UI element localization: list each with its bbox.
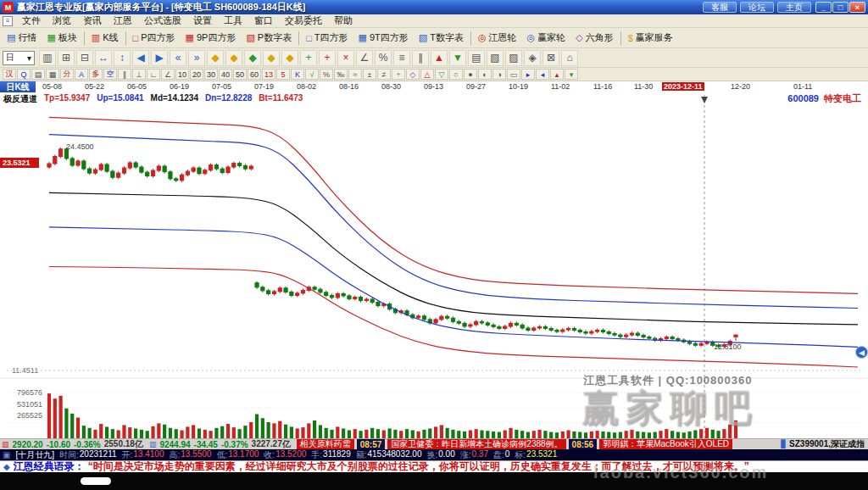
tool-icon[interactable]: ▥ [39,50,56,66]
tool-icon[interactable]: ⊟ [76,50,93,66]
toolbar-button[interactable]: ▦9P四方形 [181,30,242,47]
tool-icon[interactable]: ± [363,69,376,80]
tool-icon[interactable]: + [319,50,336,66]
menu-item[interactable]: 交易委托 [279,14,328,28]
tool-icon[interactable]: % [375,50,392,66]
tool-icon[interactable]: 10 [175,69,189,80]
tool-icon[interactable]: 空 [103,69,117,80]
forum-button[interactable]: 论坛 [740,2,774,13]
minimize-button[interactable]: _ [815,2,832,13]
tool-icon[interactable]: ◈ [524,50,541,66]
tool-icon[interactable]: ▧ [487,50,504,66]
tool-icon[interactable]: A [75,69,88,80]
tool-icon[interactable]: 分 [60,69,74,80]
toolbar-button[interactable]: ▦板块 [42,30,81,47]
toolbar-button[interactable]: ▦9T四方形 [353,30,414,47]
tool-icon[interactable]: 13 [262,69,275,80]
tool-icon[interactable]: × [337,50,354,66]
customer-service-button[interactable]: 客服 [703,2,737,13]
tool-icon[interactable]: + [300,50,317,66]
tool-icon[interactable]: ○ [449,69,463,80]
menu-item[interactable]: 文件 [16,14,47,28]
menu-item[interactable]: 公式选股 [138,14,187,28]
tool-icon[interactable]: 多 [89,69,103,80]
tool-icon[interactable]: 40 [219,69,232,80]
tool-icon[interactable]: 30 [204,69,218,80]
toolbar-button[interactable]: ◎赢家轮 [522,30,571,47]
toolbar-button[interactable]: □T四方形 [301,30,353,47]
tool-icon[interactable]: ◐ [478,69,492,80]
menu-item[interactable]: 资讯 [77,14,108,28]
news-item[interactable]: 08:56 [569,439,598,449]
news-item[interactable]: 国家卫健委：昨日新增本土确诊病例2388例。 [387,439,565,449]
tool-icon[interactable]: △ [420,69,434,80]
close-button[interactable]: × [849,2,865,13]
tool-icon[interactable]: ↔ [95,50,112,66]
tool-icon[interactable]: » [188,50,205,66]
tool-icon[interactable]: ≈ [348,69,362,80]
menu-item[interactable]: 设置 [187,14,218,28]
menu-item[interactable]: 窗口 [248,14,279,28]
tool-icon[interactable]: ◆ [225,50,242,66]
tool-icon[interactable]: ▴ [550,69,564,80]
tool-icon[interactable]: 50 [233,69,247,80]
tool-icon[interactable]: ∟ [147,69,160,80]
toolbar-button[interactable]: ▥K线 [86,30,124,47]
tool-icon[interactable]: ▼ [449,50,466,66]
period-dropdown[interactable]: 日▾ [3,51,35,65]
tool-icon[interactable]: 20 [190,69,203,80]
tool-icon[interactable]: ∥ [118,69,131,80]
collapse-panel-button[interactable]: ◀ [855,346,868,359]
tool-icon[interactable]: ◇ [406,69,420,80]
tool-icon[interactable]: ÷ [392,69,405,80]
news-item[interactable]: 郭明錤：苹果MacBook引入OLED [599,439,732,449]
tool-icon[interactable]: ◆ [207,50,224,66]
maximize-button[interactable]: □ [832,2,849,13]
tool-icon[interactable]: √ [305,69,319,80]
tool-icon[interactable]: ≡ [393,50,410,66]
index-name-badge[interactable]: ▊SZ399001,深证成指 [781,438,868,449]
index-quote[interactable]: ▥2920.20-10.60-0.36%2550.18亿 [2,438,143,449]
menu-item[interactable]: 江恩 [108,14,138,28]
tool-icon[interactable]: 60 [248,69,261,80]
toolbar-button[interactable]: ◎江恩轮 [473,30,522,47]
tool-icon[interactable]: ▦ [46,69,59,80]
tool-icon[interactable]: ▶ [151,50,168,66]
tool-icon[interactable]: ∠ [161,69,175,80]
toolbar-button[interactable]: □P四方形 [128,30,181,47]
tool-icon[interactable]: ◂ [536,69,549,80]
tool-icon[interactable]: Q [17,69,31,80]
tool-icon[interactable]: ⊠ [542,50,559,66]
tool-icon[interactable]: ▤ [31,69,45,80]
toolbar-button[interactable]: $赢家服务 [623,30,678,47]
home-button[interactable]: 主页 [777,2,811,13]
tool-icon[interactable]: ⊥ [132,69,146,80]
tool-icon[interactable]: 汉 [3,69,16,80]
news-item[interactable]: 08:57 [357,439,386,449]
tool-icon[interactable]: ▨ [505,50,522,66]
tool-icon[interactable]: ∠ [356,50,373,66]
tool-icon[interactable]: ≠ [377,69,391,80]
tool-icon[interactable]: ▲ [431,50,448,66]
menu-item[interactable]: 工具 [218,14,248,28]
menu-item[interactable]: 浏览 [47,14,77,28]
toolbar-button[interactable]: ▧P数字表 [241,30,297,47]
tool-icon[interactable]: ◑ [492,69,506,80]
tool-icon[interactable]: « [170,50,186,66]
tool-icon[interactable]: ⌂ [561,50,578,66]
tool-icon[interactable]: ◆ [244,50,261,66]
tool-icon[interactable]: ⊞ [58,50,75,66]
tool-icon[interactable]: ▽ [435,69,448,80]
tool-icon[interactable]: ● [464,69,477,80]
toolbar-button[interactable]: ▤行情 [2,30,42,47]
tool-icon[interactable]: ▸ [521,69,535,80]
tool-icon[interactable]: 5 [276,69,290,80]
tool-icon[interactable]: ◆ [263,50,280,66]
tool-icon[interactable]: ◆ [281,50,298,66]
index-quote[interactable]: ▥9244.94-34.45-0.37%3227.27亿 [149,438,291,449]
tool-icon[interactable]: ◀ [132,50,149,66]
tool-icon[interactable]: % [320,69,333,80]
tool-icon[interactable]: K [291,69,304,80]
news-item[interactable]: 相关原料药需 [297,439,354,449]
tool-icon[interactable]: ▾ [565,69,578,80]
